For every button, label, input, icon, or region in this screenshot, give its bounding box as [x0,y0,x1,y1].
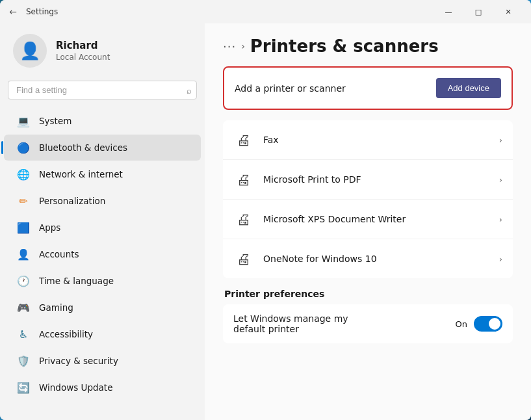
sidebar-item-label: Privacy & security [39,356,118,366]
sidebar-item-label: Apps [39,222,60,233]
sidebar-item-accessibility[interactable]: ♿ Accessibility [4,321,201,347]
printer-name: Fax [263,135,279,145]
sidebar-item-label: Bluetooth & devices [39,142,127,153]
sidebar-item-label: System [39,116,71,126]
close-button[interactable]: ✕ [493,1,523,22]
accessibility-icon: ♿ [17,328,30,341]
sidebar-item-gaming[interactable]: 🎮 Gaming [4,295,201,321]
search-input[interactable] [8,81,197,99]
printer-item-pdf[interactable]: 🖨 Microsoft Print to PDF › [223,160,513,200]
breadcrumb-dots[interactable]: ··· [223,40,236,53]
sidebar: 👤 Richard Local Account ⌕ 💻 System [0,23,205,420]
search-box: ⌕ [8,81,197,99]
printer-left: 🖨 Microsoft XPS Document Writer [233,209,406,230]
printer-left: 🖨 Fax [233,129,279,150]
window-controls: — □ ✕ [434,1,523,22]
sidebar-nav: 💻 System 🔵 Bluetooth & devices 🌐 Network… [0,107,205,401]
sidebar-item-update[interactable]: 🔄 Windows Update [4,374,201,400]
content-area: 👤 Richard Local Account ⌕ 💻 System [0,23,531,420]
main-content: ··· › Printers & scanners Add a printer … [205,23,531,420]
sidebar-item-system[interactable]: 💻 System [4,108,201,134]
printer-item-fax[interactable]: 🖨 Fax › [223,120,513,160]
bluetooth-icon: 🔵 [17,141,30,154]
pref-status: On [456,319,467,329]
printer-left: 🖨 Microsoft Print to PDF [233,169,361,190]
printer-list: 🖨 Fax › 🖨 Microsoft Print to PDF › [223,120,513,278]
printer-item-xps[interactable]: 🖨 Microsoft XPS Document Writer › [223,200,513,239]
sidebar-item-label: Personalization [39,196,105,206]
user-section: 👤 Richard Local Account [0,23,205,81]
avatar: 👤 [13,34,47,68]
privacy-icon: 🛡️ [17,354,30,367]
toggle-thumb [489,318,500,330]
system-icon: 💻 [17,114,30,127]
search-icon: ⌕ [187,85,192,95]
preferences-title: Printer preferences [223,289,513,299]
sidebar-item-time[interactable]: 🕐 Time & language [4,268,201,294]
default-printer-toggle[interactable] [474,316,502,332]
window-title: Settings [26,7,58,16]
title-bar-left: ← Settings [5,4,58,20]
printer-name: Microsoft XPS Document Writer [263,214,406,224]
sidebar-item-label: Time & language [39,276,114,286]
add-device-button[interactable]: Add device [436,78,501,98]
avatar-icon: 👤 [19,41,40,60]
sidebar-item-network[interactable]: 🌐 Network & internet [4,161,201,187]
printer-icon: 🖨 [233,169,254,190]
pref-label: Let Windows manage mydefault printer [233,313,348,334]
sidebar-item-label: Accessibility [39,329,93,339]
maximize-button[interactable]: □ [463,1,493,22]
settings-window: ← Settings — □ ✕ 👤 Richard Local Account [0,0,531,420]
add-printer-label: Add a printer or scanner [235,83,346,94]
gaming-icon: 🎮 [17,301,30,314]
apps-icon: 🟦 [17,221,30,234]
user-name: Richard [56,40,110,51]
chevron-right-icon: › [499,215,502,224]
accounts-icon: 👤 [17,248,30,261]
time-icon: 🕐 [17,274,30,287]
sidebar-item-privacy[interactable]: 🛡️ Privacy & security [4,348,201,374]
user-account-type: Local Account [56,53,110,62]
printer-left: 🖨 OneNote for Windows 10 [233,248,377,269]
add-printer-card: Add a printer or scanner Add device [223,66,513,110]
preferences-card: Let Windows manage mydefault printer On [223,304,513,343]
network-icon: 🌐 [17,168,30,181]
sidebar-item-label: Gaming [39,302,73,313]
sidebar-item-label: Windows Update [39,382,112,393]
printer-icon: 🖨 [233,129,254,150]
main-body: Add a printer or scanner Add device 🖨 Fa… [205,66,531,356]
default-printer-pref: Let Windows manage mydefault printer On [223,304,513,343]
sidebar-item-apps[interactable]: 🟦 Apps [4,215,201,241]
printer-item-onenote[interactable]: 🖨 OneNote for Windows 10 › [223,239,513,278]
user-info: Richard Local Account [56,40,110,62]
sidebar-item-label: Network & internet [39,169,123,179]
chevron-right-icon: › [499,135,502,145]
chevron-right-icon: › [499,254,502,264]
minimize-button[interactable]: — [434,1,463,22]
title-bar: ← Settings — □ ✕ [0,0,531,23]
back-button[interactable]: ← [5,4,21,20]
page-header: ··· › Printers & scanners [205,23,531,66]
breadcrumb-chevron: › [241,41,245,51]
printer-name: OneNote for Windows 10 [263,254,377,264]
update-icon: 🔄 [17,381,30,394]
printer-icon: 🖨 [233,248,254,269]
sidebar-item-bluetooth[interactable]: 🔵 Bluetooth & devices [4,135,201,161]
page-title: Printers & scanners [250,36,439,56]
sidebar-item-personalization[interactable]: ✏️ Personalization [4,188,201,214]
printer-name: Microsoft Print to PDF [263,174,361,185]
pref-right: On [456,316,502,332]
chevron-right-icon: › [499,175,502,185]
printer-icon: 🖨 [233,209,254,230]
sidebar-item-label: Accounts [39,249,79,259]
personalization-icon: ✏️ [17,194,30,207]
sidebar-item-accounts[interactable]: 👤 Accounts [4,241,201,267]
